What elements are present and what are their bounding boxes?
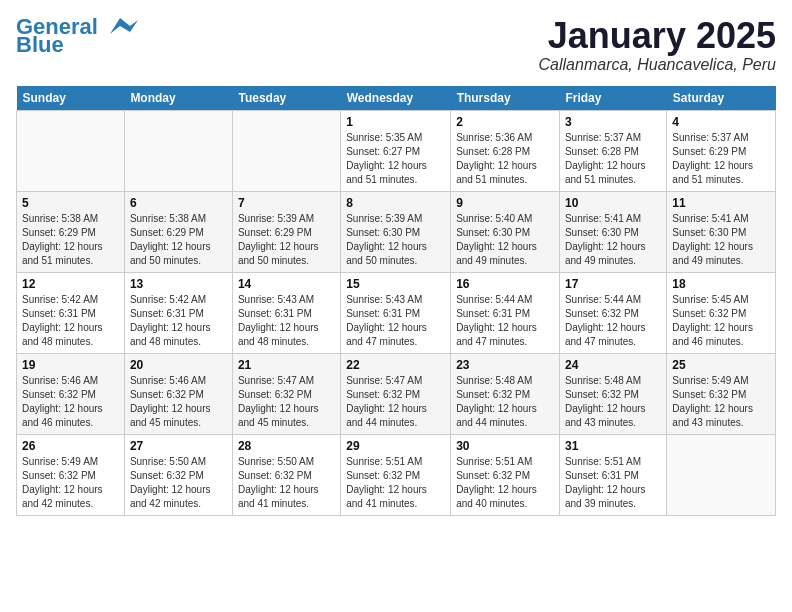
calendar-cell: 8Sunrise: 5:39 AM Sunset: 6:30 PM Daylig… — [341, 191, 451, 272]
calendar-header: SundayMondayTuesdayWednesdayThursdayFrid… — [17, 86, 776, 111]
day-info: Sunrise: 5:37 AM Sunset: 6:29 PM Dayligh… — [672, 131, 770, 187]
calendar-cell — [124, 110, 232, 191]
weekday-header-friday: Friday — [559, 86, 666, 111]
day-info: Sunrise: 5:41 AM Sunset: 6:30 PM Dayligh… — [672, 212, 770, 268]
calendar-week-row: 26Sunrise: 5:49 AM Sunset: 6:32 PM Dayli… — [17, 434, 776, 515]
day-info: Sunrise: 5:39 AM Sunset: 6:29 PM Dayligh… — [238, 212, 335, 268]
calendar-week-row: 1Sunrise: 5:35 AM Sunset: 6:27 PM Daylig… — [17, 110, 776, 191]
weekday-header-wednesday: Wednesday — [341, 86, 451, 111]
calendar-week-row: 12Sunrise: 5:42 AM Sunset: 6:31 PM Dayli… — [17, 272, 776, 353]
day-number: 19 — [22, 358, 119, 372]
day-info: Sunrise: 5:47 AM Sunset: 6:32 PM Dayligh… — [238, 374, 335, 430]
day-info: Sunrise: 5:50 AM Sunset: 6:32 PM Dayligh… — [238, 455, 335, 511]
day-number: 22 — [346, 358, 445, 372]
day-number: 28 — [238, 439, 335, 453]
day-number: 4 — [672, 115, 770, 129]
day-info: Sunrise: 5:42 AM Sunset: 6:31 PM Dayligh… — [22, 293, 119, 349]
day-info: Sunrise: 5:48 AM Sunset: 6:32 PM Dayligh… — [565, 374, 661, 430]
calendar-cell: 5Sunrise: 5:38 AM Sunset: 6:29 PM Daylig… — [17, 191, 125, 272]
day-info: Sunrise: 5:45 AM Sunset: 6:32 PM Dayligh… — [672, 293, 770, 349]
calendar-cell: 20Sunrise: 5:46 AM Sunset: 6:32 PM Dayli… — [124, 353, 232, 434]
day-number: 30 — [456, 439, 554, 453]
page-header: General Blue January 2025 Callanmarca, H… — [16, 16, 776, 74]
day-info: Sunrise: 5:37 AM Sunset: 6:28 PM Dayligh… — [565, 131, 661, 187]
logo-blue: Blue — [16, 34, 64, 56]
day-info: Sunrise: 5:49 AM Sunset: 6:32 PM Dayligh… — [22, 455, 119, 511]
day-number: 15 — [346, 277, 445, 291]
calendar-cell — [667, 434, 776, 515]
day-number: 17 — [565, 277, 661, 291]
logo-bird-icon — [102, 16, 138, 38]
day-number: 11 — [672, 196, 770, 210]
day-number: 5 — [22, 196, 119, 210]
calendar-table: SundayMondayTuesdayWednesdayThursdayFrid… — [16, 86, 776, 516]
day-info: Sunrise: 5:48 AM Sunset: 6:32 PM Dayligh… — [456, 374, 554, 430]
day-info: Sunrise: 5:36 AM Sunset: 6:28 PM Dayligh… — [456, 131, 554, 187]
calendar-week-row: 5Sunrise: 5:38 AM Sunset: 6:29 PM Daylig… — [17, 191, 776, 272]
weekday-header-saturday: Saturday — [667, 86, 776, 111]
day-info: Sunrise: 5:50 AM Sunset: 6:32 PM Dayligh… — [130, 455, 227, 511]
day-number: 10 — [565, 196, 661, 210]
calendar-cell: 10Sunrise: 5:41 AM Sunset: 6:30 PM Dayli… — [559, 191, 666, 272]
day-info: Sunrise: 5:38 AM Sunset: 6:29 PM Dayligh… — [22, 212, 119, 268]
calendar-cell: 31Sunrise: 5:51 AM Sunset: 6:31 PM Dayli… — [559, 434, 666, 515]
day-info: Sunrise: 5:51 AM Sunset: 6:32 PM Dayligh… — [456, 455, 554, 511]
day-info: Sunrise: 5:46 AM Sunset: 6:32 PM Dayligh… — [22, 374, 119, 430]
calendar-cell: 22Sunrise: 5:47 AM Sunset: 6:32 PM Dayli… — [341, 353, 451, 434]
calendar-cell: 28Sunrise: 5:50 AM Sunset: 6:32 PM Dayli… — [232, 434, 340, 515]
day-info: Sunrise: 5:51 AM Sunset: 6:32 PM Dayligh… — [346, 455, 445, 511]
day-number: 14 — [238, 277, 335, 291]
day-number: 2 — [456, 115, 554, 129]
calendar-cell: 18Sunrise: 5:45 AM Sunset: 6:32 PM Dayli… — [667, 272, 776, 353]
day-info: Sunrise: 5:44 AM Sunset: 6:32 PM Dayligh… — [565, 293, 661, 349]
day-number: 20 — [130, 358, 227, 372]
calendar-title: January 2025 — [539, 16, 776, 56]
calendar-cell: 23Sunrise: 5:48 AM Sunset: 6:32 PM Dayli… — [451, 353, 560, 434]
calendar-cell: 26Sunrise: 5:49 AM Sunset: 6:32 PM Dayli… — [17, 434, 125, 515]
day-number: 7 — [238, 196, 335, 210]
day-number: 27 — [130, 439, 227, 453]
weekday-header-sunday: Sunday — [17, 86, 125, 111]
calendar-week-row: 19Sunrise: 5:46 AM Sunset: 6:32 PM Dayli… — [17, 353, 776, 434]
calendar-subtitle: Callanmarca, Huancavelica, Peru — [539, 56, 776, 74]
calendar-cell: 12Sunrise: 5:42 AM Sunset: 6:31 PM Dayli… — [17, 272, 125, 353]
calendar-cell — [17, 110, 125, 191]
day-number: 16 — [456, 277, 554, 291]
svg-marker-0 — [110, 18, 138, 34]
logo: General Blue — [16, 16, 138, 56]
day-info: Sunrise: 5:42 AM Sunset: 6:31 PM Dayligh… — [130, 293, 227, 349]
day-info: Sunrise: 5:40 AM Sunset: 6:30 PM Dayligh… — [456, 212, 554, 268]
day-info: Sunrise: 5:51 AM Sunset: 6:31 PM Dayligh… — [565, 455, 661, 511]
day-number: 25 — [672, 358, 770, 372]
day-number: 13 — [130, 277, 227, 291]
calendar-cell: 19Sunrise: 5:46 AM Sunset: 6:32 PM Dayli… — [17, 353, 125, 434]
calendar-cell: 3Sunrise: 5:37 AM Sunset: 6:28 PM Daylig… — [559, 110, 666, 191]
day-info: Sunrise: 5:35 AM Sunset: 6:27 PM Dayligh… — [346, 131, 445, 187]
calendar-cell: 15Sunrise: 5:43 AM Sunset: 6:31 PM Dayli… — [341, 272, 451, 353]
calendar-cell: 7Sunrise: 5:39 AM Sunset: 6:29 PM Daylig… — [232, 191, 340, 272]
day-info: Sunrise: 5:41 AM Sunset: 6:30 PM Dayligh… — [565, 212, 661, 268]
calendar-cell: 1Sunrise: 5:35 AM Sunset: 6:27 PM Daylig… — [341, 110, 451, 191]
calendar-cell: 27Sunrise: 5:50 AM Sunset: 6:32 PM Dayli… — [124, 434, 232, 515]
day-info: Sunrise: 5:43 AM Sunset: 6:31 PM Dayligh… — [238, 293, 335, 349]
weekday-header-monday: Monday — [124, 86, 232, 111]
day-number: 26 — [22, 439, 119, 453]
calendar-cell: 16Sunrise: 5:44 AM Sunset: 6:31 PM Dayli… — [451, 272, 560, 353]
calendar-cell: 11Sunrise: 5:41 AM Sunset: 6:30 PM Dayli… — [667, 191, 776, 272]
weekday-header-row: SundayMondayTuesdayWednesdayThursdayFrid… — [17, 86, 776, 111]
calendar-cell — [232, 110, 340, 191]
day-number: 18 — [672, 277, 770, 291]
day-info: Sunrise: 5:49 AM Sunset: 6:32 PM Dayligh… — [672, 374, 770, 430]
calendar-body: 1Sunrise: 5:35 AM Sunset: 6:27 PM Daylig… — [17, 110, 776, 515]
calendar-cell: 24Sunrise: 5:48 AM Sunset: 6:32 PM Dayli… — [559, 353, 666, 434]
day-info: Sunrise: 5:38 AM Sunset: 6:29 PM Dayligh… — [130, 212, 227, 268]
calendar-cell: 25Sunrise: 5:49 AM Sunset: 6:32 PM Dayli… — [667, 353, 776, 434]
calendar-cell: 6Sunrise: 5:38 AM Sunset: 6:29 PM Daylig… — [124, 191, 232, 272]
day-number: 29 — [346, 439, 445, 453]
day-info: Sunrise: 5:47 AM Sunset: 6:32 PM Dayligh… — [346, 374, 445, 430]
weekday-header-tuesday: Tuesday — [232, 86, 340, 111]
day-info: Sunrise: 5:44 AM Sunset: 6:31 PM Dayligh… — [456, 293, 554, 349]
calendar-cell: 4Sunrise: 5:37 AM Sunset: 6:29 PM Daylig… — [667, 110, 776, 191]
day-info: Sunrise: 5:39 AM Sunset: 6:30 PM Dayligh… — [346, 212, 445, 268]
calendar-cell: 17Sunrise: 5:44 AM Sunset: 6:32 PM Dayli… — [559, 272, 666, 353]
